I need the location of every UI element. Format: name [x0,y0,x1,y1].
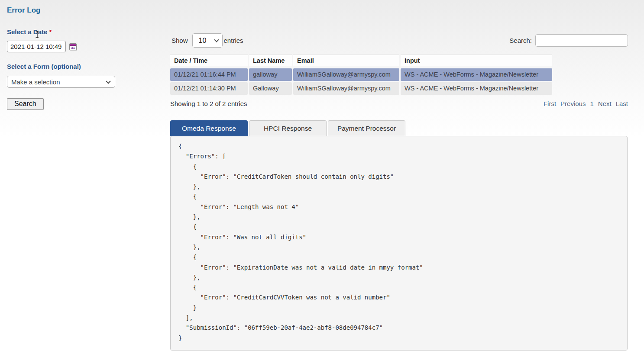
date-field-label: Select a Date * [7,28,167,35]
calendar-icon-day: 31 [70,46,76,50]
tab-payment-processor[interactable]: Payment Processor [328,120,405,136]
form-field-label: Select a Form (optional) [7,63,167,70]
table-row-cell-last-name[interactable]: galloway [249,68,292,81]
column-header-date-time[interactable]: Date / Time [170,55,248,67]
tab-omeda-response[interactable]: Omeda Response [170,120,248,136]
text-cursor [35,30,40,40]
show-entries-group: Show 10 entries [170,33,248,48]
response-json-code: { "Errors": [ { "Error": "CreditCardToke… [178,142,619,343]
calendar-icon[interactable]: 31 [69,43,77,50]
table-row-cell-email[interactable]: WilliamSGalloway@armyspy.com [293,68,399,81]
search-button[interactable]: Search [7,98,44,110]
column-header-email[interactable]: Email [293,55,399,67]
tab-hpci-response[interactable]: HPCI Response [249,120,327,136]
table-footer: Showing 1 to 2 of 2 entries First Previo… [170,100,628,107]
table-search-input[interactable] [535,34,628,47]
required-asterisk: * [49,28,52,35]
entries-select-wrap: 10 [192,33,223,48]
pagination-first[interactable]: First [544,100,556,107]
pagination-next[interactable]: Next [598,100,612,107]
date-input[interactable] [7,41,66,52]
table-row-cell-date-time[interactable]: 01/12/21 01:16:44 PM [170,68,248,81]
entries-per-page-select[interactable]: 10 [192,33,223,48]
table-row-cell-input[interactable]: WS - ACME - WebForms - Magazine/Newslett… [401,68,552,81]
table-row-cell-date-time[interactable]: 01/12/21 01:14:30 PM [170,82,248,95]
table-controls: Show 10 entries Search: [170,33,628,48]
main-content: Show 10 entries Search: Date / Time Last… [170,33,628,351]
sidebar: Error Log Select a Date * 31 Select a Fo… [7,6,167,110]
form-select-wrap: Make a selection [7,76,115,88]
show-label: Show [170,37,192,44]
response-panel: { "Errors": [ { "Error": "CreditCardToke… [170,136,628,351]
entries-label: entries [223,37,248,44]
error-log-table: Date / Time Last Name Email Input 01/12/… [170,55,553,95]
pagination: First Previous 1 Next Last [544,100,628,107]
pagination-previous[interactable]: Previous [560,100,586,107]
pagination-page-1[interactable]: 1 [590,100,593,107]
table-search-label: Search: [509,37,532,44]
pagination-last[interactable]: Last [616,100,628,107]
table-row-cell-input[interactable]: WS - ACME - WebForms - Magazine/Newslett… [401,82,552,95]
column-header-input[interactable]: Input [401,55,552,67]
table-row-cell-last-name[interactable]: Galloway [249,82,292,95]
form-select[interactable]: Make a selection [7,76,115,88]
table-row-cell-email[interactable]: WilliamSGalloway@armyspy.com [293,82,399,95]
column-header-last-name[interactable]: Last Name [249,55,292,67]
page-title: Error Log [7,6,167,15]
table-search-group: Search: [509,34,628,47]
response-tabs: Omeda Response HPCI Response Payment Pro… [170,120,628,136]
table-summary: Showing 1 to 2 of 2 entries [170,100,247,107]
